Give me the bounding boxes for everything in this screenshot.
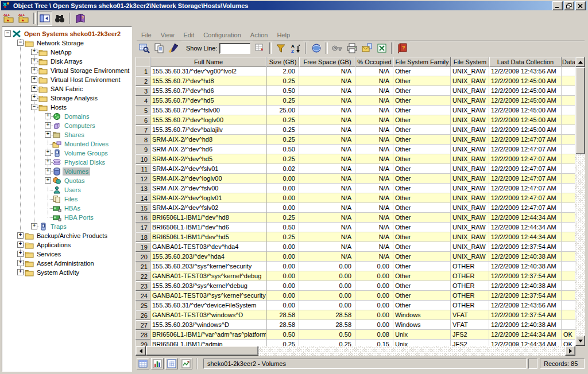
tree-item-physical-disks[interactable]: +Physical Disks (2, 158, 130, 167)
vscroll-up-button[interactable] (575, 57, 585, 67)
row-number[interactable]: 13 (136, 184, 150, 193)
row-number[interactable]: 23 (136, 281, 150, 291)
row-number[interactable]: 12 (136, 174, 150, 184)
row-number[interactable]: 29 (136, 340, 150, 346)
table-row[interactable]: 11SRM-AIX-2/^dev^fslv010.02N/AN/AOtherUN… (136, 164, 575, 174)
tree-expander-collapse[interactable]: − (31, 104, 37, 110)
tree-expander-expand[interactable]: + (31, 223, 37, 229)
col-header-file_system[interactable]: File System (451, 57, 489, 67)
col-header-free_space_gb[interactable]: Free Space (GB) (299, 57, 355, 67)
tree-expander-expand[interactable]: + (17, 251, 24, 257)
tree-item-asset-administration[interactable]: +Asset Administration (2, 259, 130, 268)
tree-item-shares[interactable]: +Shares (2, 130, 130, 139)
col-header-fs_family[interactable]: File System Family (393, 57, 451, 67)
tree-item-hosts[interactable]: −Hosts (2, 103, 130, 112)
table-row[interactable]: 29BRI6506L1-IBM1/^admin0.250.250.15UnixJ… (136, 340, 575, 346)
print-button[interactable] (345, 41, 359, 56)
row-number[interactable]: 14 (136, 193, 150, 203)
row-number[interactable]: 20 (136, 252, 150, 262)
tree-item-computers[interactable]: +Computers (2, 121, 130, 130)
row-number[interactable]: 4 (136, 96, 150, 106)
toggle-tree-panel-button[interactable] (37, 11, 52, 26)
table-row[interactable]: 20155.35.60.203/^dev^hda40.00N/AN/AOther… (136, 252, 575, 262)
table-row[interactable]: 15SRM-AIX-2/^dev^fslv020.00N/AN/AOtherUN… (136, 203, 575, 213)
tree-item-virtual-host-environment[interactable]: +Virtual Host Environment (2, 75, 130, 84)
table-row[interactable]: 16BRI6506L1-IBM1/^dev^hd80.25N/AN/AOther… (136, 213, 575, 223)
tree-expander-expand[interactable]: + (17, 260, 24, 266)
show-line-input[interactable] (219, 43, 250, 54)
tree-expander-expand[interactable]: + (45, 113, 51, 119)
tree-expander-expand[interactable]: + (17, 241, 24, 248)
tree-item-hbas[interactable]: HBAs (2, 204, 130, 213)
table-row[interactable]: 25155.35.60.31/^dev^deviceFileSystem0.00… (136, 301, 575, 310)
row-number[interactable]: 18 (136, 232, 150, 242)
table-row[interactable]: 9SRM-AIX-2/^dev^hd60.50N/AN/AOtherUNIX_R… (136, 145, 575, 154)
col-header-data[interactable]: Data (562, 57, 575, 67)
row-number[interactable]: 11 (136, 164, 150, 174)
row-number[interactable]: 24 (136, 291, 150, 301)
close-button[interactable] (575, 1, 586, 10)
table-row[interactable]: 7155.35.60.7/^dev^balajilv0.25N/AN/AOthe… (136, 125, 575, 135)
vscroll-down-button[interactable] (575, 336, 585, 346)
tree-item-mounted-drives[interactable]: Mounted Drives (2, 139, 130, 149)
restore-button[interactable] (564, 1, 574, 10)
tree-item-virtual-storage-environment[interactable]: +Virtual Storage Environment (2, 66, 130, 75)
row-number[interactable]: 9 (136, 145, 150, 154)
row-number[interactable]: 17 (136, 223, 150, 232)
table-row[interactable]: 18BRI6506L1-IBM1/^dev^hd50.25N/AN/AOther… (136, 232, 575, 242)
hscroll-left-button[interactable] (136, 346, 146, 356)
tree-expander-expand[interactable]: + (31, 76, 37, 83)
tree-item-backup-archive-products[interactable]: +Backup/Archive Products (2, 231, 130, 240)
row-number[interactable]: 2 (136, 76, 150, 86)
tree-expander-expand[interactable]: + (45, 177, 51, 184)
hscroll-right-button[interactable] (565, 346, 575, 356)
tree-expander-expand[interactable]: + (31, 95, 37, 101)
export-mail-button[interactable] (359, 41, 374, 56)
table-properties-button[interactable] (137, 41, 152, 56)
row-number[interactable]: 22 (136, 271, 150, 281)
tree-item-san-fabric[interactable]: +SAN Fabric (2, 84, 130, 94)
row-number[interactable]: 5 (136, 106, 150, 115)
tree-item-volumes[interactable]: +Volumes (2, 167, 130, 176)
tree-expander-expand[interactable]: + (31, 85, 37, 92)
row-number[interactable]: 7 (136, 125, 150, 135)
view-table-button[interactable] (137, 358, 149, 369)
row-number[interactable]: 16 (136, 213, 150, 223)
menu-configuration[interactable]: Configuration (199, 30, 245, 40)
col-header-size_gb[interactable]: Size (GB) (266, 57, 299, 67)
table-row[interactable]: 27155.35.60.203/^windows^D28.5828.580.00… (136, 320, 575, 330)
row-number[interactable]: 19 (136, 242, 150, 252)
menu-action[interactable]: Action (246, 30, 273, 40)
menu-edit[interactable]: Edit (179, 30, 199, 40)
row-number[interactable]: 8 (136, 135, 150, 145)
table-row[interactable]: 13SRM-AIX-2/^dev^fslv000.00N/AN/AOtherUN… (136, 184, 575, 193)
col-header-pct_occupied[interactable]: % Occupied (355, 57, 393, 67)
table-row[interactable]: 10SRM-AIX-2/^dev^hd50.25N/AN/AOtherUNIX_… (136, 154, 575, 164)
tree-expander-expand[interactable]: + (31, 49, 37, 55)
tree-item-open-systems-sheko01-2k3eer2[interactable]: −Open Systems sheko01-2k3eer2 (2, 29, 130, 38)
row-number[interactable]: 15 (136, 203, 150, 213)
menu-help[interactable]: Help (272, 30, 295, 40)
tree-item-system-activity[interactable]: +System Activity (2, 268, 130, 277)
table-row[interactable]: 28BRI6506L1-IBM1/^var^adm^ras^platform0.… (136, 330, 575, 340)
menu-file[interactable]: File (137, 30, 156, 40)
expand-all-button[interactable]: ALL* (2, 11, 17, 26)
panel-help-button[interactable]: ? (395, 41, 410, 56)
menu-view[interactable]: View (156, 30, 179, 40)
tree-item-quotas[interactable]: +Quotas (2, 176, 130, 185)
tree-item-storage-analysis[interactable]: +Storage Analysis (2, 94, 130, 103)
row-number[interactable]: 28 (136, 330, 150, 340)
view-barchart-button[interactable] (151, 358, 164, 369)
table-row[interactable]: 3155.35.60.7/^dev^hd60.50N/AN/AOtherUNIX… (136, 86, 575, 96)
tree-item-network-storage[interactable]: −Network Storage (2, 38, 130, 48)
tree-item-volume-groups[interactable]: +Volume Groups (2, 149, 130, 158)
tree-item-netapp[interactable]: +NetApp (2, 48, 130, 57)
table-row[interactable]: 2155.35.60.7/^dev^hd80.25N/AN/AOtherUNIX… (136, 76, 575, 86)
table-row[interactable]: 5155.35.60.7/^dev^fslv0025.00N/AN/AOther… (136, 106, 575, 115)
tree-expander-expand[interactable]: + (45, 159, 51, 165)
table-row[interactable]: 19GANBA01-TEST03/^dev^hda40.00N/AN/AOthe… (136, 242, 575, 252)
collapse-all-button[interactable]: ALL* (17, 11, 32, 26)
row-number[interactable]: 6 (136, 115, 150, 125)
tree-expander-collapse[interactable]: − (5, 30, 11, 37)
tree-item-domains[interactable]: +Domains (2, 112, 130, 121)
